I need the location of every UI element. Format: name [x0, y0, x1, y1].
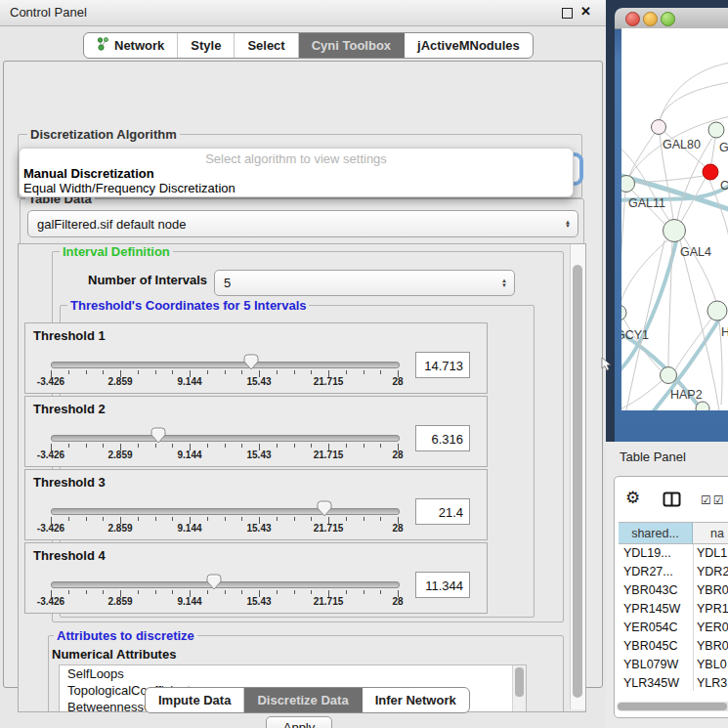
interval-definition-title: Interval Definition — [60, 244, 173, 259]
cell-shared-name[interactable]: YBL079W — [623, 658, 692, 671]
gear-icon[interactable]: ⚙ — [625, 490, 640, 506]
slider-tick-label: 9.144 — [177, 376, 201, 387]
node-table-card: ⚙ ☑☑ shared... na YDL19...YDL1YDR27...YD… — [614, 476, 728, 718]
discretization-algorithm-title: Discretization Algorithm — [27, 127, 180, 142]
table-row[interactable]: YER054CYER0 — [619, 619, 728, 637]
threshold-slider-track[interactable] — [51, 508, 400, 515]
tab-impute-data[interactable]: Impute Data — [146, 688, 244, 712]
cell-name[interactable]: YDR2 — [697, 565, 728, 578]
cell-shared-name[interactable]: YDR27... — [623, 565, 692, 578]
zoom-traffic-light-icon[interactable] — [661, 12, 675, 26]
network-node[interactable] — [708, 122, 724, 138]
cell-shared-name[interactable]: YER054C — [623, 621, 692, 634]
threshold-value-field[interactable]: 11.344 — [415, 572, 470, 598]
threshold-slider-thumb[interactable] — [243, 354, 259, 370]
close-icon[interactable]: ✕ — [580, 4, 591, 19]
threshold-slider-track[interactable] — [51, 435, 400, 442]
tab-cyni-toolbox[interactable]: Cyni Toolbox — [299, 33, 405, 58]
column-header-shared-name[interactable]: shared... — [619, 522, 693, 544]
slider-tick-label: 9.144 — [177, 596, 201, 607]
network-node[interactable] — [707, 301, 727, 321]
cell-shared-name[interactable]: YBR045C — [623, 639, 692, 653]
slider-tick — [103, 370, 104, 374]
network-node[interactable] — [664, 220, 686, 242]
cyni-bottom-tabbar: Impute DataDiscretize DataInfer Network — [145, 687, 470, 713]
float-window-icon[interactable] — [562, 8, 573, 19]
slider-tick-label: -3.426 — [37, 450, 64, 460]
cell-shared-name[interactable]: YLR345W — [623, 676, 692, 690]
cell-shared-name[interactable]: YPR145W — [623, 602, 692, 616]
settings-scroll-area: Interval Definition Number of Intervals … — [18, 243, 586, 712]
threshold-slider-track[interactable] — [51, 362, 400, 368]
network-canvas[interactable]: GAL80GACGAL11GAL4GCY1HHAP2 — [621, 28, 728, 410]
close-traffic-light-icon[interactable] — [625, 12, 640, 26]
attributes-group-title: Attributes to discretize — [54, 628, 197, 643]
tab-infer-network[interactable]: Infer Network — [363, 688, 469, 712]
apply-button[interactable]: Apply — [266, 716, 332, 728]
slider-tick — [207, 370, 208, 374]
table-data-combobox[interactable]: galFiltered.sif default node ▲▼ — [27, 210, 578, 237]
cell-name[interactable]: YBR0 — [697, 583, 728, 597]
settings-vertical-scrollbar[interactable] — [570, 244, 585, 709]
number-of-intervals-label: Number of Intervals — [88, 273, 207, 287]
network-window-titlebar[interactable] — [615, 8, 728, 29]
tab-network[interactable]: Network — [84, 33, 178, 58]
network-node[interactable] — [621, 305, 626, 321]
cell-name[interactable]: YPR1 — [697, 602, 728, 616]
slider-tick — [294, 517, 295, 521]
attributes-scrollbar[interactable] — [512, 665, 526, 712]
table-row[interactable]: YDL19...YDL1 — [619, 544, 728, 563]
algorithm-option-manual[interactable]: Manual Discretization — [23, 166, 154, 181]
network-node[interactable] — [661, 367, 677, 384]
slider-tick — [103, 590, 104, 594]
scrollbar-thumb[interactable] — [573, 265, 582, 698]
cell-name[interactable]: YER0 — [697, 621, 728, 634]
cell-shared-name[interactable]: YBR043C — [623, 583, 692, 597]
table-row[interactable]: YPR145WYPR1 — [619, 600, 728, 619]
tab-label: Discretize Data — [257, 693, 348, 707]
slider-tick — [225, 517, 226, 521]
threshold-slider-thumb[interactable] — [317, 500, 332, 517]
column-header-name[interactable]: na — [693, 522, 728, 544]
network-node[interactable] — [652, 120, 666, 135]
cell-name[interactable]: YBR0 — [697, 639, 728, 653]
table-row[interactable]: YBR043CYBR0 — [619, 581, 728, 600]
table-row[interactable]: YBR045CYBR0 — [619, 637, 728, 656]
slider-tick-label: 21.715 — [314, 450, 344, 460]
table-row[interactable]: YDR27...YDR2 — [619, 563, 728, 581]
network-edge — [629, 133, 655, 176]
algorithm-option-equal-width[interactable]: Equal Width/Frequency Discretization — [23, 181, 236, 195]
network-node[interactable] — [703, 164, 718, 180]
threshold-value-field[interactable]: 21.4 — [415, 498, 470, 525]
threshold-slider-track[interactable] — [51, 581, 400, 588]
minimize-traffic-light-icon[interactable] — [643, 12, 658, 26]
threshold-value-field[interactable]: 6.316 — [415, 425, 470, 451]
tab-style[interactable]: Style — [178, 33, 235, 58]
table-horizontal-scrollbar[interactable] — [617, 702, 728, 711]
threshold-value-field[interactable]: 14.713 — [415, 352, 470, 378]
threshold-slider-thumb[interactable] — [206, 574, 222, 590]
slider-tick-label: 21.715 — [314, 523, 344, 534]
cell-name[interactable]: YLR3 — [697, 676, 727, 690]
network-node[interactable] — [621, 176, 635, 193]
slider-tick — [68, 444, 69, 448]
tab-select[interactable]: Select — [235, 33, 298, 58]
slider-tick — [346, 444, 347, 448]
select-columns-checkbox-icons[interactable]: ☑☑ — [701, 493, 726, 507]
columns-icon[interactable] — [663, 492, 681, 511]
attribute-item-selfloops[interactable]: SelfLoops — [60, 665, 526, 682]
slider-tick — [172, 590, 173, 594]
threshold-slider-thumb[interactable] — [150, 427, 166, 444]
cell-shared-name[interactable]: YDL19... — [623, 546, 692, 560]
cell-name[interactable]: YDL1 — [697, 546, 727, 560]
slider-tick-label: 15.43 — [246, 596, 271, 607]
scrollbar-thumb[interactable] — [618, 703, 727, 710]
tab-discretize-data[interactable]: Discretize Data — [244, 688, 362, 712]
slider-tick — [225, 370, 226, 374]
table-row[interactable]: YLR345WYLR3 — [619, 674, 728, 691]
tab-jactivemnodules[interactable]: jActiveMNodules — [405, 33, 533, 58]
cell-name[interactable]: YBL0 — [697, 658, 727, 671]
threshold-label: Threshold 2 — [33, 402, 106, 416]
number-of-intervals-combobox[interactable]: 5 ▲▼ — [214, 270, 515, 296]
table-row[interactable]: YBL079WYBL0 — [619, 656, 728, 674]
